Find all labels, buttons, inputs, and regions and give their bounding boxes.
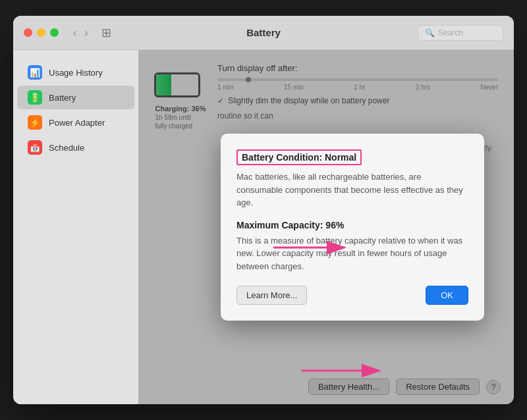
window-title: Battery xyxy=(246,27,281,38)
sidebar-item-label: Usage History xyxy=(49,68,103,78)
grid-icon[interactable]: ⊞ xyxy=(101,26,111,40)
minimize-button[interactable] xyxy=(37,28,45,37)
close-button[interactable] xyxy=(24,28,32,37)
capacity-description: This is a measure of battery capacity re… xyxy=(236,234,468,273)
power-adapter-icon: ⚡ xyxy=(28,115,42,130)
modal-title: Battery Condition: Normal xyxy=(236,149,362,165)
schedule-icon: 📅 xyxy=(28,140,42,155)
search-icon: 🔍 xyxy=(425,28,435,38)
modal-description: Mac batteries, like all rechargeable bat… xyxy=(236,171,468,209)
capacity-title: Maximum Capacity: 96% xyxy=(236,220,468,230)
capacity-row: Maximum Capacity: 96% This is a measure … xyxy=(236,220,468,286)
content-area: Charging: 36% 1h 58m until fully charged… xyxy=(138,50,514,404)
battery-health-modal: Battery Condition: Normal Mac batteries,… xyxy=(221,134,484,321)
sidebar-item-power-adapter[interactable]: ⚡ Power Adapter xyxy=(17,111,134,134)
ok-button[interactable]: OK xyxy=(426,286,468,305)
main-window: ‹ › ⊞ Battery 🔍 Search 📊 Usage History 🔋… xyxy=(13,16,514,404)
sidebar-item-label: Battery xyxy=(49,93,76,103)
sidebar-item-label: Power Adapter xyxy=(49,118,105,128)
usage-history-icon: 📊 xyxy=(28,65,42,80)
learn-more-button[interactable]: Learn More... xyxy=(236,286,307,305)
sidebar-item-label: Schedule xyxy=(49,143,84,153)
sidebar-item-battery[interactable]: 🔋 Battery xyxy=(17,86,134,109)
back-button[interactable]: ‹ xyxy=(70,27,79,39)
modal-buttons: Learn More... OK xyxy=(236,286,468,305)
maximize-button[interactable] xyxy=(50,28,59,37)
search-placeholder: Search xyxy=(438,28,463,38)
main-content: 📊 Usage History 🔋 Battery ⚡ Power Adapte… xyxy=(13,50,514,404)
forward-button[interactable]: › xyxy=(82,27,90,39)
traffic-lights xyxy=(24,28,59,37)
sidebar: 📊 Usage History 🔋 Battery ⚡ Power Adapte… xyxy=(13,50,138,404)
battery-icon: 🔋 xyxy=(28,90,42,105)
sidebar-item-schedule[interactable]: 📅 Schedule xyxy=(17,136,134,159)
titlebar: ‹ › ⊞ Battery 🔍 Search xyxy=(13,16,514,50)
search-box[interactable]: 🔍 Search xyxy=(418,25,503,41)
nav-buttons: ‹ › xyxy=(70,27,91,39)
sidebar-item-usage-history[interactable]: 📊 Usage History xyxy=(17,61,134,84)
